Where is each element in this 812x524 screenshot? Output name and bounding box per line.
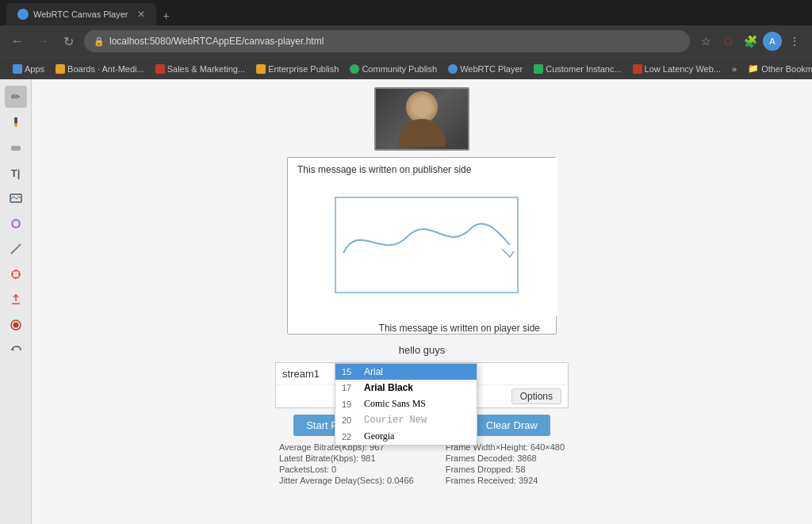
bookmark-lowlatency[interactable]: Low Latency Web... — [628, 63, 726, 75]
url-text: localhost:5080/WebRTCAppEE/canvas-player… — [109, 36, 324, 47]
new-tab-btn[interactable]: + — [156, 6, 175, 25]
active-tab[interactable]: WebRTC Canvas Player ✕ — [6, 3, 156, 25]
player-label: This message is written on player side — [288, 319, 556, 334]
record-tool[interactable] — [5, 314, 27, 336]
apps-favicon — [13, 64, 22, 74]
font-size-15: 15 — [342, 367, 358, 377]
bookmark-folder-label: Other Bookmarks — [761, 64, 812, 74]
toolbar-icons: ☆ ⬡ 🧩 A ⋮ — [696, 32, 804, 51]
drawing-toolbar: ✏ T| — [0, 79, 32, 524]
font-size-22: 22 — [342, 432, 358, 442]
enterprise-favicon — [256, 64, 266, 74]
stat-frames-decoded: Frames Decoded: 3868 — [446, 453, 565, 463]
pointer-tool[interactable] — [5, 263, 27, 285]
line-tool[interactable] — [5, 238, 27, 260]
font-item-courier[interactable]: 20 Courier New — [335, 412, 477, 428]
font-item-comic-sans[interactable]: 19 Comic Sans MS — [335, 396, 477, 412]
bookmark-boards-label: Boards · Ant-Medi... — [67, 64, 144, 74]
boards-favicon — [56, 64, 65, 74]
stat-latest-bitrate: Latest Bitrate(Kbps): 981 — [279, 453, 414, 463]
undo-tool[interactable] — [5, 339, 27, 361]
font-dropdown[interactable]: 15 Arial 17 Arial Black 19 Comic Sans MS… — [335, 363, 477, 446]
bookmark-boards[interactable]: Boards · Ant-Medi... — [51, 63, 149, 75]
font-size-20: 20 — [342, 415, 358, 425]
stat-packets-lost: PacketsLost: 0 — [279, 465, 414, 474]
bookmark-community[interactable]: Community Publish — [345, 63, 442, 75]
stats-area: Average Bitrate(Kbps): 967 Latest Bitrat… — [279, 442, 565, 485]
image-tool[interactable] — [5, 187, 27, 209]
profile-icon[interactable]: A — [763, 32, 782, 51]
extension-icon[interactable]: ⬡ — [718, 32, 737, 51]
canvas-area: This message is written on publisher sid… — [32, 79, 812, 524]
canvas-wrapper: This message is written on publisher sid… — [287, 157, 557, 341]
bookmark-more[interactable]: » — [727, 63, 741, 75]
hello-text: hello guys — [287, 341, 557, 362]
upload-tool[interactable] — [5, 289, 27, 311]
bookmark-apps-label: Apps — [25, 64, 44, 74]
bookmark-webrtc[interactable]: WebRTC Player — [443, 63, 527, 75]
customer-favicon — [534, 64, 543, 74]
text-tool[interactable]: T| — [5, 162, 27, 184]
lock-icon: 🔒 — [94, 36, 105, 47]
brush-tool[interactable] — [5, 111, 27, 133]
forward-button[interactable]: → — [33, 32, 52, 51]
bookmark-community-label: Community Publish — [362, 64, 437, 74]
bookmark-folder[interactable]: 📁 Other Bookmarks — [743, 62, 812, 75]
tab-favicon — [17, 9, 29, 20]
bookmark-customer[interactable]: Customer Instanc... — [529, 63, 626, 75]
address-bar[interactable]: 🔒 localhost:5080/WebRTCAppEE/canvas-play… — [84, 30, 690, 52]
svg-rect-0 — [14, 117, 17, 124]
font-size-19: 19 — [342, 400, 358, 409]
font-name-georgia: Georgia — [364, 430, 394, 442]
options-button[interactable]: Options — [511, 388, 561, 404]
bookmark-enterprise[interactable]: Enterprise Publish — [251, 63, 343, 75]
font-item-arial-black[interactable]: 17 Arial Black — [335, 380, 477, 396]
bookmark-more-label: » — [732, 64, 737, 74]
font-name-arial: Arial — [364, 366, 383, 377]
lowlatency-favicon — [633, 64, 642, 74]
shapes-tool[interactable] — [5, 212, 27, 235]
font-name-courier: Courier New — [364, 415, 427, 426]
eraser-tool[interactable] — [5, 136, 27, 159]
publisher-label: This message is written on publisher sid… — [297, 164, 471, 175]
sales-favicon — [155, 64, 165, 74]
drawing-canvas[interactable]: This message is written on publisher sid… — [287, 157, 557, 335]
stat-frames-dropped: Frames Dropped: 58 — [446, 465, 565, 474]
browser-toolbar: ← → ↻ 🔒 localhost:5080/WebRTCAppEE/canva… — [0, 25, 812, 57]
reload-button[interactable]: ↻ — [59, 32, 78, 51]
tab-close[interactable]: ✕ — [137, 9, 145, 20]
tab-title: WebRTC Canvas Player — [33, 10, 128, 19]
webrtc-favicon — [448, 64, 458, 74]
bookmark-customer-label: Customer Instanc... — [546, 64, 621, 74]
stats-left: Average Bitrate(Kbps): 967 Latest Bitrat… — [279, 442, 414, 485]
stats-right: Frame Width×Height: 640×480 Frames Decod… — [446, 442, 565, 485]
bookmark-sales-label: Sales & Marketing... — [167, 64, 245, 74]
clear-draw-button[interactable]: Clear Draw — [473, 415, 550, 436]
font-item-arial[interactable]: 15 Arial — [335, 364, 477, 380]
main-content: ✏ T| — [0, 79, 812, 524]
video-thumbnail — [374, 87, 469, 151]
bookmark-apps[interactable]: Apps — [8, 63, 49, 75]
stat-jitter: Jitter Average Delay(Secs): 0.0466 — [279, 476, 414, 485]
bookmark-sales[interactable]: Sales & Marketing... — [151, 63, 250, 75]
video-person-silhouette — [398, 91, 446, 147]
bookmarks-bar: Apps Boards · Ant-Medi... Sales & Market… — [0, 57, 812, 79]
menu-icon[interactable]: ⋮ — [785, 32, 804, 51]
bookmark-enterprise-label: Enterprise Publish — [268, 64, 339, 74]
bookmark-webrtc-label: WebRTC Player — [460, 64, 523, 74]
stat-frames-received: Frames Received: 3924 — [446, 476, 565, 485]
browser-tabs: WebRTC Canvas Player ✕ + — [0, 0, 812, 25]
community-favicon — [350, 64, 359, 74]
pencil-tool[interactable]: ✏ — [5, 86, 27, 108]
font-size-17: 17 — [342, 383, 358, 392]
extensions-icon[interactable]: 🧩 — [741, 32, 760, 51]
svg-point-16 — [13, 323, 18, 328]
folder-icon: 📁 — [748, 63, 759, 74]
back-button[interactable]: ← — [8, 32, 27, 51]
svg-point-4 — [17, 196, 19, 198]
bookmark-lowlatency-label: Low Latency Web... — [645, 64, 721, 74]
bookmark-star-icon[interactable]: ☆ — [696, 32, 715, 51]
font-item-georgia[interactable]: 22 Georgia — [335, 428, 477, 445]
font-name-comic-sans: Comic Sans MS — [364, 398, 426, 410]
drawing-svg — [288, 158, 557, 316]
